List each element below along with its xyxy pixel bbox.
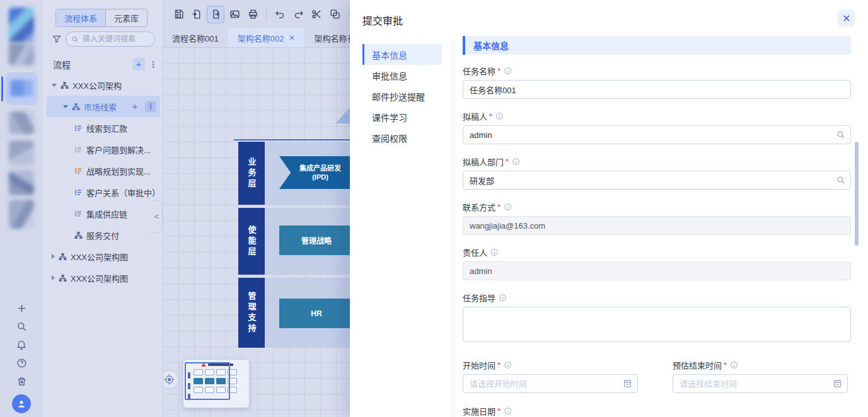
shape-hr[interactable]: HR xyxy=(279,299,354,328)
layer-label: 业务层 xyxy=(238,142,265,205)
plus-icon[interactable] xyxy=(14,301,28,315)
drawer-nav-email-cc-reminder[interactable]: 邮件抄送提醒 xyxy=(362,86,442,106)
add-child-button[interactable]: + xyxy=(129,100,141,113)
field-label: 预估结束时间 xyxy=(673,359,722,371)
close-tab-icon[interactable] xyxy=(289,35,295,41)
nav-tile-icon[interactable] xyxy=(9,43,34,66)
info-icon[interactable] xyxy=(504,361,512,369)
caret-right-icon[interactable] xyxy=(52,275,55,280)
process-list-icon xyxy=(74,210,83,218)
export-icon[interactable] xyxy=(207,6,224,23)
search-icon[interactable] xyxy=(836,175,845,185)
caret-down-icon[interactable] xyxy=(63,105,68,108)
calendar-icon[interactable] xyxy=(623,379,632,388)
print-icon[interactable] xyxy=(245,6,261,23)
nav-tile-icon[interactable] xyxy=(9,111,34,134)
more-actions-icon[interactable]: ⋮ xyxy=(145,101,156,112)
minimap[interactable] xyxy=(183,359,250,408)
trash-icon[interactable] xyxy=(14,374,28,388)
nav-tile-icon[interactable] xyxy=(9,170,34,195)
end-time-input[interactable] xyxy=(673,374,848,393)
doc-tab-label: 架构名称002 xyxy=(238,32,284,44)
tab-element-library[interactable]: 元素库 xyxy=(106,9,147,26)
user-avatar[interactable] xyxy=(12,394,31,413)
tree-item-leads-to-cash[interactable]: 线索到汇款 xyxy=(47,117,160,139)
info-icon[interactable] xyxy=(504,407,512,415)
drawer-scrollbar-thumb[interactable] xyxy=(855,142,859,246)
info-icon[interactable] xyxy=(495,112,504,120)
calendar-icon[interactable] xyxy=(833,379,842,388)
nav-tile-active-icon xyxy=(10,80,33,96)
info-icon[interactable] xyxy=(730,361,738,369)
required-asterisk: * xyxy=(497,66,501,76)
tree-item-issue-to-resolution[interactable]: 客户问题到解决... xyxy=(47,139,160,160)
start-time-input[interactable] xyxy=(463,374,638,393)
tree-item-arch-diagram-1[interactable]: XXX公司架构图 xyxy=(47,246,160,267)
add-process-button[interactable]: + xyxy=(132,58,145,71)
sitemap-icon xyxy=(72,103,80,111)
cut-icon[interactable] xyxy=(308,6,325,23)
minimap-viewport[interactable] xyxy=(185,362,230,400)
drawer-nav-courseware-learning[interactable]: 课件学习 xyxy=(362,106,442,127)
more-actions-icon[interactable]: ⋮ xyxy=(149,59,158,69)
shape-text: (IPD) xyxy=(312,173,328,181)
layer-label: 管理支持 xyxy=(238,278,265,348)
task-name-input[interactable] xyxy=(463,80,851,99)
field-label: 联系方式 xyxy=(463,201,495,213)
caret-right-icon[interactable] xyxy=(52,254,55,259)
required-asterisk: * xyxy=(724,360,727,370)
shape-ipd-arrow[interactable]: 集成产品研发 (IPD) xyxy=(279,156,356,189)
search-icon[interactable] xyxy=(14,319,28,333)
info-icon[interactable] xyxy=(504,203,512,211)
nav-tile-icon[interactable] xyxy=(9,140,34,166)
drawer-nav-approval-info[interactable]: 审批信息 xyxy=(362,65,442,86)
search-icon[interactable] xyxy=(836,130,845,139)
tree-item-service-delivery[interactable]: 服务交付 xyxy=(47,224,160,246)
bell-icon[interactable] xyxy=(14,338,28,351)
search-input[interactable] xyxy=(81,34,149,44)
active-nav-indicator xyxy=(1,76,3,101)
info-icon[interactable] xyxy=(490,248,499,256)
task-guidance-textarea[interactable] xyxy=(463,307,851,342)
tree-item-arch-diagram-2[interactable]: XXX公司架构图 xyxy=(47,267,160,288)
field-label: 开始时间 xyxy=(463,359,495,371)
shape-management-strategy[interactable]: 管理战略 xyxy=(279,226,354,255)
info-icon[interactable] xyxy=(512,157,520,166)
submit-approval-drawer: 提交审批 基本信息 审批信息 邮件抄送提醒 课件学习 查阅权限 基本信息 任务名… xyxy=(350,0,868,417)
sitemap-icon xyxy=(61,81,69,89)
undo-icon[interactable] xyxy=(272,6,288,23)
drawer-nav-basic-info[interactable]: 基本信息 xyxy=(362,44,442,65)
tree-item-integrated-supply-chain[interactable]: 集成供应链 xyxy=(47,203,160,224)
doc-tab-process-001[interactable]: 流程名称001 xyxy=(163,28,228,47)
save-icon[interactable] xyxy=(170,6,187,23)
tab-process-system[interactable]: 流程体系 xyxy=(56,9,106,26)
tree-item-label: 市场线索 xyxy=(84,101,117,113)
sitemap-icon xyxy=(59,253,67,261)
info-icon[interactable] xyxy=(504,67,512,75)
tree-item-xxx-company-arch[interactable]: XXX公司架构 xyxy=(47,74,160,96)
keyword-search[interactable] xyxy=(66,31,155,47)
panel-collapse-handle[interactable]: < xyxy=(151,200,163,233)
tree-item-customer-relations[interactable]: 客户关系（审批中） xyxy=(47,181,160,203)
copy-icon[interactable] xyxy=(327,6,343,23)
image-icon[interactable] xyxy=(226,6,243,23)
required-asterisk: * xyxy=(497,360,501,370)
drafter-dept-input[interactable] xyxy=(463,171,851,190)
tree-section-title: 流程 xyxy=(53,58,129,71)
process-list-icon xyxy=(74,167,83,175)
info-icon[interactable] xyxy=(499,294,507,302)
field-label: 实施日期 xyxy=(463,405,495,417)
help-icon[interactable] xyxy=(14,356,28,370)
nav-tile-icon[interactable] xyxy=(9,200,34,229)
drawer-nav-view-permission[interactable]: 查阅权限 xyxy=(362,127,442,148)
caret-down-icon[interactable] xyxy=(52,84,57,87)
drafter-input[interactable] xyxy=(463,125,851,144)
tree-item-strategy-to-execution[interactable]: 战略规划到实现... xyxy=(47,160,160,181)
redo-icon[interactable] xyxy=(290,6,306,23)
required-asterisk: * xyxy=(497,406,501,416)
doc-tab-arch-002[interactable]: 架构名称002 xyxy=(228,28,305,47)
tree-item-market-leads[interactable]: 市场线索 + ⋮ xyxy=(47,96,160,117)
import-icon[interactable] xyxy=(188,6,205,23)
filter-icon[interactable] xyxy=(52,34,62,44)
close-icon[interactable] xyxy=(838,9,855,26)
